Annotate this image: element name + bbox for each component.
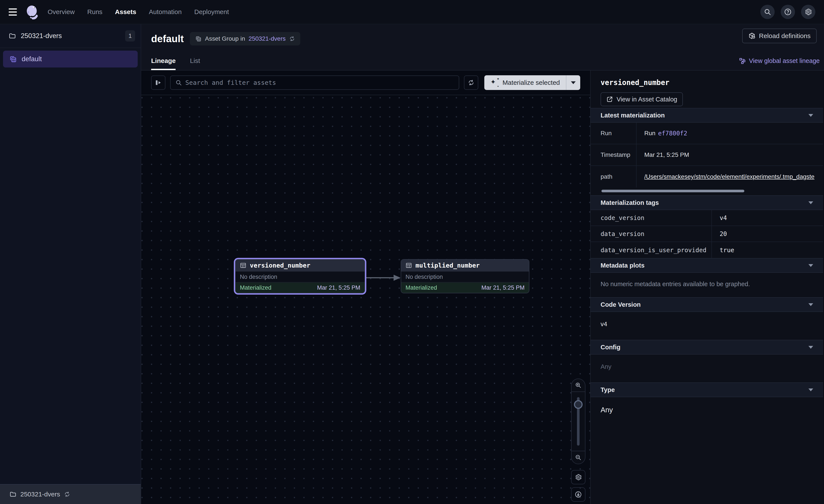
sync-icon[interactable] — [289, 36, 295, 42]
run-id-link[interactable]: ef7800f2 — [658, 130, 687, 137]
menu-icon[interactable] — [9, 6, 21, 18]
nav-item-deployment[interactable]: Deployment — [194, 8, 229, 16]
section-type[interactable]: Type — [591, 382, 823, 397]
chevron-down-icon — [808, 388, 813, 391]
lineage-edge — [364, 272, 403, 284]
table-icon — [406, 262, 412, 269]
config-value: Any — [591, 355, 823, 382]
chevron-down-icon — [571, 81, 576, 84]
view-in-asset-catalog-label: View in Asset Catalog — [617, 96, 677, 103]
zoom-slider — [572, 392, 585, 451]
sidebar-group-count-badge: 1 — [125, 30, 135, 41]
zoom-out-icon — [575, 454, 582, 461]
chevron-down-icon — [808, 303, 813, 306]
lineage-canvas[interactable]: versioned_number No description Material… — [141, 95, 590, 504]
search-icon — [175, 80, 182, 86]
sidebar-group-row[interactable]: 250321-dvers 1 — [0, 24, 141, 48]
section-code-version[interactable]: Code Version — [591, 297, 823, 312]
type-value: Any — [591, 397, 823, 427]
collapse-sidebar-button[interactable] — [151, 76, 166, 90]
badge-group-link[interactable]: 250321-dvers — [248, 35, 286, 42]
external-link-icon — [606, 96, 613, 103]
row-label: Run — [591, 123, 636, 144]
tag-row: data_version_is_user_provided true — [591, 242, 823, 258]
page-header: default Asset Group in 250321-dvers Relo… — [141, 24, 824, 71]
download-graph-button[interactable] — [571, 487, 586, 502]
help-button[interactable] — [781, 5, 795, 19]
materialized-timestamp: Mar 21, 5:25 PM — [317, 284, 360, 291]
row-label: path — [591, 166, 636, 187]
code-location-footer[interactable]: 250321-dvers — [0, 484, 141, 504]
search-input[interactable] — [185, 79, 454, 86]
gear-icon — [804, 8, 812, 16]
panel-toggle-icon — [154, 79, 162, 86]
run-prefix: Run — [644, 130, 655, 137]
view-global-asset-lineage-link[interactable]: View global asset lineage — [739, 57, 820, 65]
zoom-in-button[interactable] — [572, 379, 585, 392]
reload-location-icon[interactable] — [64, 491, 70, 498]
table-row: Run Run ef7800f2 — [591, 123, 823, 144]
materialize-split-button: ✦✦✦ Materialize selected — [484, 75, 580, 90]
asset-node-multiplied_number[interactable]: multiplied_number No description Materia… — [401, 259, 529, 293]
nav-actions — [760, 5, 815, 19]
asset-name-title: versioned_number — [601, 78, 813, 87]
zoom-out-button[interactable] — [572, 451, 585, 464]
row-label: Timestamp — [591, 144, 636, 165]
asset-node-name: multiplied_number — [415, 262, 480, 269]
page-title: default — [151, 33, 184, 44]
materialized-status: Materialized — [406, 284, 437, 291]
dagster-logo-icon — [25, 4, 40, 19]
sidebar-item-default[interactable]: default — [3, 50, 138, 68]
reload-definitions-icon — [748, 32, 755, 39]
help-icon — [784, 8, 792, 16]
chevron-down-icon — [808, 114, 813, 117]
zoom-slider-knob[interactable] — [574, 400, 583, 409]
refresh-graph-button[interactable] — [464, 76, 478, 90]
sidebar-item-label: default — [22, 55, 42, 63]
view-in-asset-catalog-button[interactable]: View in Asset Catalog — [601, 92, 683, 106]
materialize-label: Materialize selected — [503, 79, 560, 86]
zoom-in-icon — [575, 382, 582, 388]
download-icon — [575, 491, 582, 498]
asset-node-versioned_number[interactable]: versioned_number No description Material… — [235, 259, 365, 293]
materialize-button[interactable]: ✦✦✦ Materialize selected — [484, 75, 566, 90]
tag-key: data_version — [591, 226, 712, 242]
nav-item-assets[interactable]: Assets — [115, 8, 136, 16]
asset-groups-sidebar: 250321-dvers 1 default 250321-dvers — [0, 24, 141, 504]
nav-item-automation[interactable]: Automation — [149, 8, 182, 16]
tag-key: code_version — [591, 210, 712, 226]
path-link[interactable]: /Users/smackesey/stm/code/elementl/exper… — [644, 173, 815, 180]
tag-value: true — [712, 242, 823, 258]
code-version-value: v4 — [591, 312, 823, 340]
sparkle-icon: ✦✦✦ — [490, 78, 499, 87]
nav-item-overview[interactable]: Overview — [47, 8, 75, 16]
settings-button[interactable] — [801, 5, 815, 19]
horizontal-scrollbar[interactable] — [601, 190, 744, 192]
graph-settings-button[interactable] — [571, 470, 586, 484]
tab-list[interactable]: List — [190, 51, 200, 70]
materialized-status: Materialized — [240, 284, 272, 291]
gear-icon — [575, 474, 582, 481]
materialized-timestamp: Mar 21, 5:25 PM — [481, 284, 525, 291]
dagster-logo[interactable] — [25, 4, 40, 20]
search-button[interactable] — [760, 5, 775, 19]
reload-definitions-button[interactable]: Reload definitions — [742, 28, 817, 43]
asset-node-description: No description — [401, 271, 529, 282]
tag-key: data_version_is_user_provided — [591, 242, 712, 258]
nav-item-runs[interactable]: Runs — [87, 8, 102, 16]
asset-group-icon — [195, 35, 202, 42]
section-materialization-tags[interactable]: Materialization tags — [591, 195, 823, 210]
sync-icon — [468, 79, 475, 86]
nav-items: Overview Runs Assets Automation Deployme… — [47, 8, 229, 16]
materialize-dropdown-button[interactable] — [566, 75, 580, 90]
section-metadata-plots[interactable]: Metadata plots — [591, 258, 823, 273]
table-row: path /Users/smackesey/stm/code/elementl/… — [591, 166, 823, 187]
tab-lineage[interactable]: Lineage — [151, 51, 176, 70]
asset-group-badge: Asset Group in 250321-dvers — [190, 32, 300, 45]
folder-icon — [9, 491, 16, 498]
section-latest-materialization[interactable]: Latest materialization — [591, 108, 823, 123]
section-config[interactable]: Config — [591, 340, 823, 355]
tag-row: data_version 20 — [591, 226, 823, 242]
sidebar-group-name: 250321-dvers — [21, 32, 125, 40]
asset-details-panel: versioned_number View in Asset Catalog L… — [590, 71, 823, 504]
